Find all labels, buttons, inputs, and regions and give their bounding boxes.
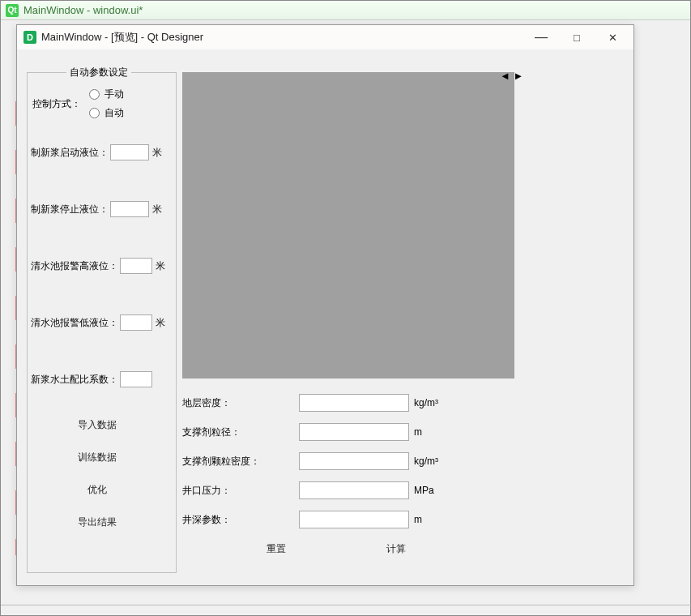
form-input-particle-size[interactable] (299, 423, 409, 441)
form-area: 地层密度： kg/m³ 支撑剂粒径： m 支撑剂颗粒密度： kg/m³ 井口压力… (182, 388, 514, 556)
control-mode-label: 控制方式： (32, 97, 81, 111)
param-ratio-row: 新浆水土配比系数： (31, 371, 152, 387)
param-alarm-low-row: 清水池报警低液位： 米 (31, 314, 165, 331)
minimize-button[interactable]: — (523, 26, 559, 49)
form-row-wellhead-pressure: 井口压力： MPa (182, 476, 514, 505)
param-start-level-row: 制新浆启动液位： 米 (31, 144, 162, 160)
form-label-particle-density: 支撑剂颗粒密度： (182, 455, 299, 468)
reset-button[interactable]: 重置 (267, 542, 286, 556)
optimize-button[interactable]: 优化 (87, 483, 107, 497)
form-label-particle-size: 支撑剂粒径： (182, 426, 299, 439)
radio-manual[interactable]: 手动 (89, 88, 124, 101)
form-input-well-depth[interactable] (299, 511, 409, 528)
param-start-level-unit: 米 (152, 146, 162, 160)
form-unit-particle-density: kg/m³ (414, 456, 438, 467)
graphics-view (182, 72, 514, 379)
window-controls: — □ ✕ (523, 26, 630, 49)
preview-body: 自动参数设定 控制方式： 手动 自动 制新浆启动液位： 米 (17, 49, 633, 585)
form-row-well-depth: 井深参数： m (182, 505, 514, 534)
form-row-particle-density: 支撑剂颗粒密度： kg/m³ (182, 447, 514, 476)
param-alarm-high-input[interactable] (120, 258, 152, 274)
form-button-row: 重置 计算 (182, 542, 514, 556)
control-mode-row: 控制方式： 手动 自动 (32, 88, 124, 120)
param-start-level-input[interactable] (110, 144, 149, 160)
maximize-button[interactable]: □ (559, 26, 595, 49)
param-alarm-low-label: 清水池报警低液位： (31, 316, 118, 330)
radio-auto-label: 自动 (105, 106, 124, 120)
param-stop-level-unit: 米 (152, 203, 162, 216)
auto-params-groupbox: 自动参数设定 控制方式： 手动 自动 制新浆启动液位： 米 (27, 72, 177, 573)
form-label-density: 地层密度： (182, 396, 299, 410)
preview-titlebar[interactable]: D MainWindow - [预览] - Qt Designer — □ ✕ (17, 25, 633, 49)
designer-app-icon: D (23, 31, 36, 44)
form-input-particle-density[interactable] (299, 452, 409, 470)
param-stop-level-row: 制新浆停止液位： 米 (31, 201, 162, 217)
form-input-wellhead-pressure[interactable] (299, 481, 409, 499)
outer-titlebar: Qt MainWindow - window.ui* (1, 1, 690, 20)
import-data-button[interactable]: 导入数据 (78, 418, 117, 432)
param-stop-level-label: 制新浆停止液位： (31, 203, 109, 216)
export-result-button[interactable]: 导出结果 (78, 515, 117, 529)
outer-window-title: MainWindow - window.ui* (23, 4, 143, 16)
radio-manual-label: 手动 (105, 88, 124, 101)
param-alarm-high-row: 清水池报警高液位： 米 (31, 258, 165, 274)
calculate-button[interactable]: 计算 (386, 542, 406, 556)
radio-auto[interactable]: 自动 (89, 106, 124, 120)
form-input-density[interactable] (299, 394, 409, 412)
close-button[interactable]: ✕ (595, 26, 630, 49)
bottom-divider (1, 605, 691, 605)
qt-logo-icon: Qt (6, 4, 19, 17)
groupbox-title: 自动参数设定 (66, 66, 131, 79)
form-unit-well-depth: m (414, 514, 422, 525)
param-ratio-input[interactable] (120, 371, 152, 387)
param-alarm-high-unit: 米 (156, 259, 165, 273)
preview-window: D MainWindow - [预览] - Qt Designer — □ ✕ … (16, 24, 634, 586)
form-row-particle-size: 支撑剂粒径： m (182, 417, 514, 447)
param-stop-level-input[interactable] (110, 201, 149, 217)
param-ratio-label: 新浆水土配比系数： (31, 373, 118, 387)
radio-auto-input[interactable] (89, 108, 100, 118)
param-alarm-low-unit: 米 (156, 316, 165, 330)
param-alarm-high-label: 清水池报警高液位： (31, 259, 118, 273)
form-unit-density: kg/m³ (414, 397, 438, 409)
control-mode-radio-group: 手动 自动 (89, 88, 124, 120)
form-unit-wellhead-pressure: MPa (414, 485, 434, 496)
form-label-well-depth: 井深参数： (182, 513, 299, 527)
form-unit-particle-size: m (414, 426, 422, 438)
train-data-button[interactable]: 训练数据 (78, 451, 117, 464)
param-alarm-low-input[interactable] (120, 314, 152, 331)
form-row-density: 地层密度： kg/m³ (182, 388, 514, 417)
preview-window-title: MainWindow - [预览] - Qt Designer (41, 30, 523, 45)
radio-manual-input[interactable] (89, 89, 100, 100)
resize-handle-icon[interactable]: ◄ ► (500, 70, 523, 82)
param-start-level-label: 制新浆启动液位： (31, 146, 109, 160)
form-label-wellhead-pressure: 井口压力： (182, 484, 299, 498)
